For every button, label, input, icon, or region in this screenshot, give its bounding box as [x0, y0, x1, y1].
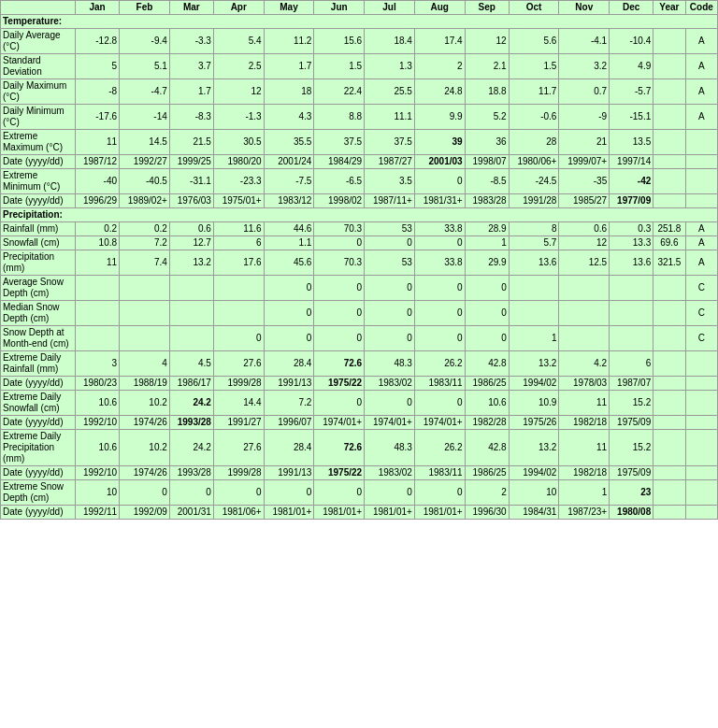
cell-value: 21.5	[169, 130, 213, 155]
cell-value: 1981/01+	[264, 506, 314, 520]
row-label: Median Snow Depth (cm)	[1, 301, 76, 326]
cell-value	[653, 466, 685, 480]
cell-value: 7.4	[120, 250, 170, 276]
cell-value: 5	[76, 54, 120, 79]
row-label: Extreme Daily Rainfall (mm)	[1, 351, 76, 377]
cell-value: 4.2	[559, 351, 610, 377]
cell-value: 2.1	[465, 54, 509, 79]
cell-value: 1.1	[264, 236, 314, 250]
cell-value: 11	[76, 130, 120, 155]
cell-value: 53	[365, 250, 415, 276]
cell-value: -40.5	[120, 169, 170, 194]
cell-value: 22.4	[314, 79, 365, 105]
table-row: Rainfall (mm)0.20.20.611.644.670.35333.8…	[1, 222, 718, 236]
cell-value	[653, 169, 685, 194]
cell-value	[653, 351, 685, 377]
cell-value: 36	[465, 130, 509, 155]
cell-value: 1974/26	[120, 416, 170, 430]
cell-value: 5.4	[213, 29, 264, 54]
cell-value: 33.8	[414, 222, 465, 236]
cell-value: 1992/10	[76, 466, 120, 480]
cell-value: 10	[509, 480, 559, 506]
cell-value: 0	[414, 169, 465, 194]
cell-value: 13.5	[610, 130, 653, 155]
col-header-label	[1, 1, 76, 15]
cell-value: 0	[465, 276, 509, 301]
section-header-row: Precipitation:	[1, 208, 718, 222]
cell-value	[685, 480, 717, 506]
cell-value: 0.6	[559, 222, 610, 236]
cell-value: 25.5	[365, 79, 415, 105]
cell-value: 1986/25	[465, 466, 509, 480]
cell-value: 0	[264, 301, 314, 326]
cell-value: 12	[559, 236, 610, 250]
col-header-year: Year	[653, 1, 685, 15]
cell-value	[76, 276, 120, 301]
cell-value	[169, 276, 213, 301]
cell-value: 2001/24	[264, 155, 314, 169]
cell-value: 1974/01+	[365, 416, 415, 430]
cell-value: 11	[559, 391, 610, 416]
cell-value: 24.8	[414, 79, 465, 105]
cell-value: 1986/25	[465, 377, 509, 391]
cell-value: 2001/31	[169, 506, 213, 520]
cell-value: 12.7	[169, 236, 213, 250]
cell-value: -8.5	[465, 169, 509, 194]
cell-value: 1975/26	[509, 416, 559, 430]
cell-value: 11.2	[264, 29, 314, 54]
cell-value: 1991/13	[264, 377, 314, 391]
row-label: Extreme Maximum (°C)	[1, 130, 76, 155]
cell-value: 28.9	[465, 222, 509, 236]
cell-value	[685, 155, 717, 169]
cell-value: 1978/03	[559, 377, 610, 391]
table-row: Daily Average (°C)-12.8-9.4-3.35.411.215…	[1, 29, 718, 54]
cell-value	[653, 130, 685, 155]
cell-value: 11.7	[509, 79, 559, 105]
row-label: Snowfall (cm)	[1, 236, 76, 250]
cell-value	[610, 276, 653, 301]
cell-value	[653, 430, 685, 466]
cell-value: 15.2	[610, 391, 653, 416]
cell-value	[653, 194, 685, 208]
row-label: Precipitation (mm)	[1, 250, 76, 276]
cell-value: -7.5	[264, 169, 314, 194]
cell-value: 1980/20	[213, 155, 264, 169]
cell-value	[685, 466, 717, 480]
cell-value: 1975/22	[314, 377, 365, 391]
cell-value: 17.4	[414, 29, 465, 54]
cell-value: 1981/06+	[213, 506, 264, 520]
table-row: Date (yyyy/dd)1987/121992/271999/251980/…	[1, 155, 718, 169]
cell-value: 1977/09	[610, 194, 653, 208]
cell-value	[685, 130, 717, 155]
cell-value: 4.9	[610, 54, 653, 79]
cell-value: -8	[76, 79, 120, 105]
cell-value: 23	[610, 480, 653, 506]
cell-value	[610, 301, 653, 326]
table-row: Date (yyyy/dd)1996/291989/02+1976/031975…	[1, 194, 718, 208]
cell-value: 1991/13	[264, 466, 314, 480]
cell-value: 0	[414, 480, 465, 506]
cell-value: 1996/29	[76, 194, 120, 208]
cell-value: 39	[414, 130, 465, 155]
cell-value: 4	[120, 351, 170, 377]
climate-table: Jan Feb Mar Apr May Jun Jul Aug Sep Oct …	[0, 0, 718, 520]
cell-value: 1981/31+	[414, 194, 465, 208]
cell-value: 30.5	[213, 130, 264, 155]
cell-value: 33.8	[414, 250, 465, 276]
cell-value: 1974/01+	[314, 416, 365, 430]
cell-value: 0	[414, 391, 465, 416]
cell-value: 11.1	[365, 105, 415, 130]
cell-value: 0.2	[76, 222, 120, 236]
cell-value: 37.5	[314, 130, 365, 155]
cell-value: 0	[414, 236, 465, 250]
cell-value: 0.6	[169, 222, 213, 236]
cell-value: 1980/08	[610, 506, 653, 520]
cell-value: 1992/10	[76, 416, 120, 430]
cell-value: -6.5	[314, 169, 365, 194]
row-label: Snow Depth at Month-end (cm)	[1, 326, 76, 351]
cell-value: 42.8	[465, 351, 509, 377]
cell-value: 1984/29	[314, 155, 365, 169]
cell-value	[509, 276, 559, 301]
cell-value: 1999/25	[169, 155, 213, 169]
cell-value	[685, 377, 717, 391]
